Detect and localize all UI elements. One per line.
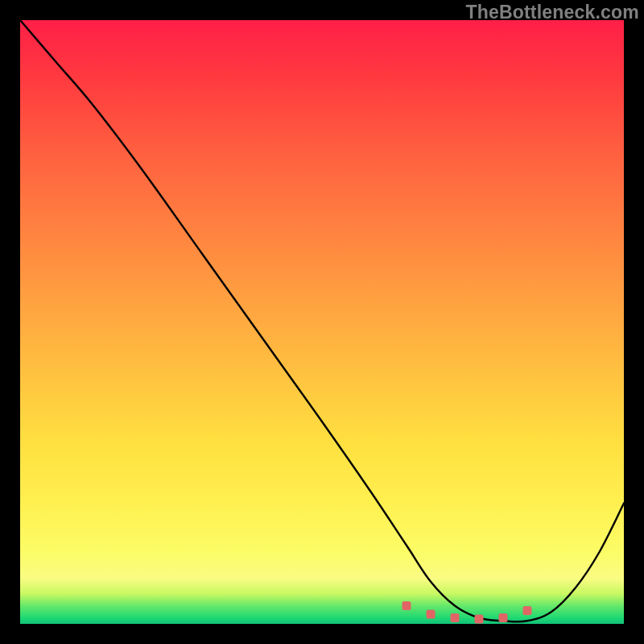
chart-plot-area xyxy=(20,20,624,624)
flat-marker xyxy=(475,615,484,624)
curve-line xyxy=(20,20,624,621)
watermark-text: TheBottleneck.com xyxy=(465,2,639,23)
chart-container: TheBottleneck.com xyxy=(0,0,644,644)
flat-marker xyxy=(499,613,508,622)
flat-marker xyxy=(451,613,460,622)
flat-marker xyxy=(427,610,436,619)
flat-marker xyxy=(402,601,411,610)
flat-marker xyxy=(523,606,532,615)
chart-svg xyxy=(20,20,624,624)
